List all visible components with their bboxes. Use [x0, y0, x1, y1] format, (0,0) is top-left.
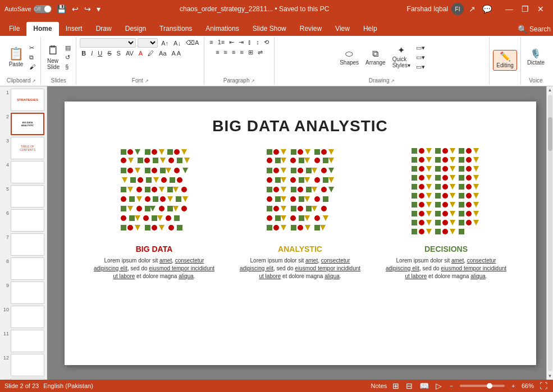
normal-view-button[interactable]: ⊞: [391, 380, 400, 391]
clipboard-expand[interactable]: ↗: [32, 79, 36, 84]
slide-thumb-1[interactable]: 1 STRATEGIES: [2, 89, 44, 111]
svg-point-115: [273, 187, 279, 192]
shape-outline-button[interactable]: ▭▾: [414, 53, 427, 62]
scroll-up-button[interactable]: ▲: [547, 86, 553, 94]
strikethrough-button[interactable]: S: [106, 49, 113, 57]
canvas-vscroll[interactable]: ▲ ▼: [546, 86, 553, 380]
arrange-button[interactable]: ⧉ Arrange: [363, 48, 389, 67]
svg-point-15: [168, 158, 174, 163]
share-icon[interactable]: ↗: [467, 3, 477, 15]
smartart-button[interactable]: ⊞: [246, 48, 255, 57]
comment-icon[interactable]: 💬: [481, 3, 493, 15]
slide-thumb-7[interactable]: 7: [2, 233, 44, 256]
paragraph-expand[interactable]: ↗: [251, 79, 255, 84]
redo-button[interactable]: ↪: [83, 3, 93, 15]
zoom-slider[interactable]: [460, 385, 505, 387]
slide-thumb-3[interactable]: 3 TABLE OFCONTENTS: [2, 137, 44, 159]
shape-effects-button[interactable]: ▭▾: [414, 63, 427, 71]
slide-thumb-4[interactable]: 4: [2, 161, 44, 183]
font-size-select[interactable]: [138, 38, 158, 48]
italic-button[interactable]: I: [89, 49, 94, 57]
zoom-minus[interactable]: −: [450, 383, 453, 389]
quick-styles-button[interactable]: ✦ QuickStyles▾: [390, 44, 413, 70]
font-size2-button[interactable]: Aa: [157, 49, 168, 57]
minimize-button[interactable]: —: [501, 3, 517, 15]
tab-design[interactable]: Design: [118, 22, 153, 36]
convert-button[interactable]: ⇌: [256, 48, 264, 57]
increase-font-button[interactable]: A↑: [159, 39, 170, 47]
slide-thumb-10[interactable]: 10: [2, 306, 44, 328]
slide-thumb-11[interactable]: 11: [2, 330, 44, 352]
decrease-font-button[interactable]: A↓: [172, 39, 182, 47]
paste-button[interactable]: 📋 Paste: [6, 46, 26, 69]
font-size3-button[interactable]: A A: [170, 49, 183, 57]
highlight-button[interactable]: 🖊: [146, 49, 156, 57]
slideshow-button[interactable]: ▷: [435, 380, 443, 391]
zoom-thumb[interactable]: [487, 383, 492, 389]
scroll-down-button[interactable]: ▼: [547, 372, 553, 380]
tab-transitions[interactable]: Transitions: [153, 22, 199, 36]
format-painter-button[interactable]: 🖌: [28, 63, 37, 71]
notes-button[interactable]: Notes: [371, 382, 387, 389]
reset-button[interactable]: ↺: [63, 53, 72, 62]
tab-file[interactable]: File: [2, 22, 26, 36]
reading-view-button[interactable]: 📖: [418, 380, 430, 391]
more-button[interactable]: ▾: [95, 3, 102, 15]
copy-button[interactable]: ⧉: [28, 53, 37, 62]
numbering-button[interactable]: 1≡: [216, 38, 227, 47]
bullets-button[interactable]: ≡: [208, 38, 214, 47]
close-button[interactable]: ✕: [533, 3, 549, 15]
shapes-button[interactable]: ⬭ Shapes: [337, 48, 362, 67]
dictate-button[interactable]: 🎙️ Dictate: [524, 48, 547, 67]
tab-view[interactable]: View: [328, 22, 357, 36]
decrease-indent-button[interactable]: ⇤: [227, 38, 236, 47]
layout-button[interactable]: ▤: [63, 44, 72, 52]
slide-thumb-9[interactable]: 9: [2, 282, 44, 304]
save-button[interactable]: 💾: [55, 3, 68, 15]
tab-review[interactable]: Review: [293, 22, 328, 36]
justify-button[interactable]: ≡: [238, 48, 245, 57]
tab-insert[interactable]: Insert: [59, 22, 89, 36]
clear-format-button[interactable]: ⌫A: [184, 39, 200, 47]
align-left-button[interactable]: ≡: [214, 48, 221, 57]
cut-button[interactable]: ✂: [28, 44, 37, 52]
tab-help[interactable]: Help: [357, 22, 384, 36]
maximize-button[interactable]: ❐: [517, 3, 533, 15]
slide-thumb-2[interactable]: 2 BIG DATAANALYSTIC: [2, 113, 44, 135]
slide-panel[interactable]: 1 STRATEGIES 2 BIG DATAANALYSTIC 3 TABLE…: [0, 86, 47, 380]
slide-sorter-button[interactable]: ⊟: [405, 380, 414, 391]
underline-button[interactable]: U: [96, 49, 104, 57]
increase-indent-button[interactable]: ⇥: [237, 38, 245, 47]
shape-fill-button[interactable]: ▭▾: [414, 44, 427, 52]
font-family-select[interactable]: [80, 38, 136, 48]
editing-button[interactable]: ✏️ Editing: [493, 50, 517, 71]
shadow-button[interactable]: S: [115, 49, 122, 57]
zoom-plus[interactable]: +: [511, 383, 515, 389]
columns-button[interactable]: ⫿: [246, 38, 253, 47]
undo-button[interactable]: ↩: [70, 3, 80, 15]
autosave-toggle[interactable]: Off: [34, 5, 52, 13]
tab-animations[interactable]: Animations: [199, 22, 245, 36]
char-spacing-button[interactable]: AV: [124, 49, 135, 57]
section-button[interactable]: §: [63, 63, 72, 71]
slide-thumb-12[interactable]: 12: [2, 354, 44, 376]
search-icon[interactable]: 🔍: [518, 25, 527, 34]
new-slide-button[interactable]: 🗒 NewSlide: [44, 43, 62, 72]
text-dir-button[interactable]: ⟲: [262, 38, 271, 47]
tab-slideshow[interactable]: Slide Show: [246, 22, 293, 36]
align-right-button[interactable]: ≡: [230, 48, 237, 57]
font-color-button[interactable]: A: [137, 49, 144, 57]
svg-point-105: [267, 177, 272, 183]
line-spacing-button[interactable]: ↕: [254, 38, 261, 47]
slide-thumb-5[interactable]: 5: [2, 185, 44, 207]
fit-to-window-button[interactable]: ⛶: [538, 380, 549, 391]
tab-draw[interactable]: Draw: [89, 22, 118, 36]
tab-home[interactable]: Home: [26, 22, 58, 36]
bold-button[interactable]: B: [80, 49, 88, 57]
scroll-thumb[interactable]: [548, 117, 552, 151]
drawing-expand[interactable]: ↗: [391, 79, 395, 84]
font-expand[interactable]: ↗: [145, 79, 149, 84]
slide-thumb-8[interactable]: 8: [2, 257, 44, 280]
align-center-button[interactable]: ≡: [222, 48, 229, 57]
slide-thumb-6[interactable]: 6: [2, 209, 44, 232]
